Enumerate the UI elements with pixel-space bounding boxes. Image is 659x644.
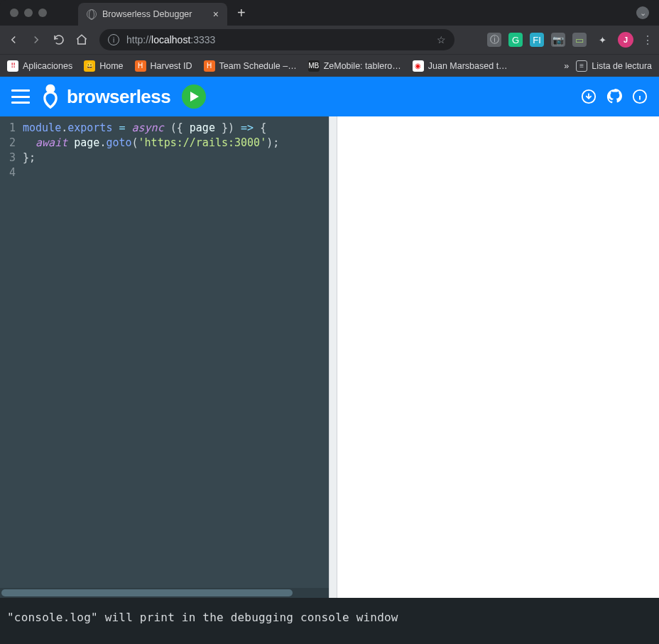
bookmark-favicon-icon: ◉ [413, 60, 424, 72]
toolbar-right: ⓘGFI📷▭ ✦ J ⋮ [487, 32, 653, 48]
debug-console: "console.log" will print in the debuggin… [0, 598, 659, 644]
extension-icon[interactable]: ⓘ [487, 33, 501, 47]
reading-list-label: Lista de lectura [592, 61, 652, 71]
chrome-menu-button[interactable]: ⋮ [642, 33, 653, 47]
bookmark-item[interactable]: ◉Juan Marsbased t… [413, 60, 508, 72]
bookmark-favicon-icon: H [204, 60, 215, 72]
bookmark-label: Team Schedule –… [219, 61, 297, 71]
bookmarks-bar: ⠿Aplicaciones😀HomeHHarvest IDHTeam Sched… [0, 54, 659, 77]
new-tab-button[interactable]: + [237, 5, 246, 21]
url-text: http://localhost:3333 [126, 34, 430, 45]
github-icon[interactable] [606, 89, 622, 104]
extension-icon[interactable]: G [508, 33, 523, 47]
bookmark-favicon-icon: ⠿ [7, 60, 18, 72]
tab-title: Browserless Debugger [102, 9, 192, 19]
window-minimize-icon[interactable] [24, 9, 33, 17]
scrollbar-thumb[interactable] [1, 589, 293, 596]
run-button[interactable] [182, 84, 206, 109]
play-icon [190, 92, 200, 102]
browserless-logo-icon [41, 84, 60, 109]
bookmark-item[interactable]: HTeam Schedule –… [204, 60, 297, 72]
back-button[interactable] [6, 32, 21, 48]
editor-horizontal-scrollbar[interactable] [0, 588, 329, 598]
home-button[interactable] [74, 32, 89, 48]
extension-icon[interactable]: FI [530, 33, 544, 47]
window-close-icon[interactable] [10, 9, 18, 17]
bookmark-favicon-icon: H [135, 60, 146, 72]
header-actions [581, 89, 648, 104]
bookmark-item[interactable]: MBZeMobile: tablero… [308, 60, 401, 72]
code-editor-panel: 1234 module.exports = async ({ page }) =… [0, 116, 329, 598]
download-icon[interactable] [581, 89, 597, 104]
bookmark-favicon-icon: MB [308, 60, 320, 72]
chevron-down-icon[interactable]: ⌄ [636, 6, 649, 19]
bookmark-label: Juan Marsbased t… [428, 61, 508, 71]
bookmark-favicon-icon: 😀 [84, 60, 95, 72]
extensions-puzzle-icon[interactable]: ✦ [595, 33, 609, 47]
address-bar[interactable]: i http://localhost:3333 ☆ [99, 29, 454, 50]
split-handle[interactable] [329, 116, 337, 598]
bookmark-item[interactable]: 😀Home [84, 60, 123, 72]
code-editor[interactable]: 1234 module.exports = async ({ page }) =… [0, 116, 329, 588]
browser-tabstrip: Browserless Debugger × + ⌄ [0, 0, 659, 26]
extension-icon[interactable]: ▭ [572, 33, 587, 47]
extension-icon[interactable]: 📷 [551, 33, 565, 47]
line-gutter: 1234 [0, 121, 20, 584]
brand-name: browserless [67, 86, 170, 108]
bookmark-label: Harvest ID [151, 61, 192, 71]
site-info-icon[interactable]: i [108, 34, 119, 45]
app-logo: browserless [41, 84, 170, 109]
tabs: Browserless Debugger × + [78, 0, 246, 26]
tab-active[interactable]: Browserless Debugger × [78, 3, 227, 26]
info-icon[interactable] [632, 89, 648, 104]
console-message: "console.log" will print in the debuggin… [7, 611, 398, 624]
preview-panel [337, 116, 659, 598]
bookmark-star-icon[interactable]: ☆ [437, 34, 446, 45]
code-content[interactable]: module.exports = async ({ page }) => { a… [20, 121, 329, 584]
app-header: browserless [0, 77, 659, 116]
reload-button[interactable] [51, 32, 67, 48]
bookmark-item[interactable]: ⠿Aplicaciones [7, 60, 72, 72]
profile-avatar[interactable]: J [618, 32, 633, 48]
reading-list-button[interactable]: ≡ Lista de lectura [576, 60, 652, 72]
globe-icon [87, 9, 97, 19]
bookmark-label: ZeMobile: tablero… [324, 61, 401, 71]
reading-list-icon: ≡ [576, 60, 587, 72]
window-zoom-icon[interactable] [38, 9, 47, 17]
tab-close-button[interactable]: × [213, 9, 219, 20]
window-controls [0, 9, 57, 17]
browser-toolbar: i http://localhost:3333 ☆ ⓘGFI📷▭ ✦ J ⋮ [0, 26, 659, 54]
forward-button[interactable] [28, 32, 44, 48]
bookmark-label: Home [99, 61, 123, 71]
bookmark-item[interactable]: HHarvest ID [135, 60, 192, 72]
menu-button[interactable] [11, 89, 30, 104]
bookmarks-overflow-button[interactable]: » [564, 61, 569, 71]
content-area: 1234 module.exports = async ({ page }) =… [0, 116, 659, 598]
bookmark-label: Aplicaciones [23, 61, 72, 71]
